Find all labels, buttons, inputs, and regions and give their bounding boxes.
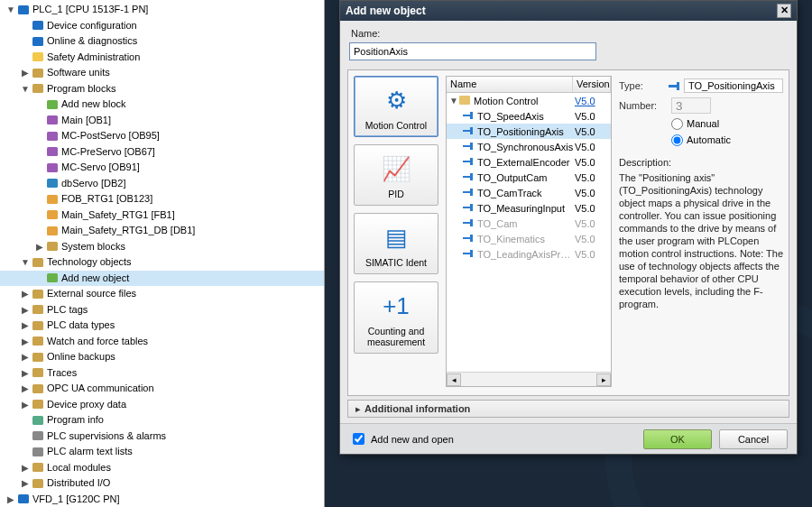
- tree-node[interactable]: ▶PLC supervisions & alarms: [0, 429, 324, 445]
- tree-node[interactable]: ▶PLC tags: [0, 302, 324, 318]
- tree-node[interactable]: ▶Distributed I/O: [0, 475, 324, 492]
- expand-icon[interactable]: ▶: [20, 381, 31, 397]
- tree-node[interactable]: ▶Main_Safety_RTG1_DB [DB1]: [0, 223, 324, 239]
- tree-node[interactable]: ▶Traces: [0, 365, 324, 382]
- list-row[interactable]: TO_LeadingAxisProxyV5.0: [447, 246, 611, 262]
- tree-node[interactable]: ▶External source files: [0, 286, 324, 302]
- tree-node[interactable]: ▶PLC alarm text lists: [0, 444, 324, 460]
- category-pid[interactable]: 📈PID: [354, 144, 438, 206]
- tree-node[interactable]: ▶MC-PreServo [OB67]: [0, 144, 324, 161]
- tree-node[interactable]: ▼PLC_1 [CPU 1513F-1 PN]: [0, 2, 324, 18]
- tree-node[interactable]: ▶dbServo [DB2]: [0, 176, 324, 192]
- tree-node-label: PLC tags: [47, 302, 88, 318]
- tree-node[interactable]: ▶Device proxy data: [0, 397, 324, 413]
- additional-information-expander[interactable]: ▸ Additional information: [347, 400, 789, 418]
- collapse-icon[interactable]: ▼: [448, 96, 459, 106]
- svg-rect-12: [47, 195, 58, 204]
- tree-node[interactable]: ▶Online backups: [0, 349, 324, 365]
- horizontal-scrollbar[interactable]: ◂ ▸: [447, 372, 611, 386]
- col-version[interactable]: Version: [573, 77, 611, 92]
- list-row[interactable]: TO_KinematicsV5.0: [447, 231, 611, 246]
- row-name: TO_OutputCam: [477, 172, 575, 183]
- category-ident[interactable]: ▤SIMATIC Ident: [354, 213, 438, 274]
- svg-rect-14: [47, 226, 58, 235]
- expand-icon[interactable]: ▶: [5, 492, 16, 508]
- expand-icon[interactable]: ▼: [20, 81, 31, 97]
- row-version: V5.0: [575, 157, 611, 168]
- tree-node-label: PLC_1 [CPU 1513F-1 PN]: [32, 2, 148, 18]
- name-input[interactable]: [349, 42, 596, 60]
- tree-node[interactable]: ▶Online & diagnostics: [0, 33, 324, 50]
- tree-node[interactable]: ▶MC-Servo [OB91]: [0, 160, 324, 176]
- expand-icon[interactable]: ▶: [20, 397, 31, 413]
- tree-node[interactable]: ▶Watch and force tables: [0, 334, 324, 350]
- tree-node[interactable]: ▼Technology objects: [0, 254, 324, 271]
- cancel-button[interactable]: Cancel: [719, 429, 788, 449]
- list-row[interactable]: TO_SynchronousAxisV5.0: [447, 139, 611, 154]
- scroll-left-icon[interactable]: ◂: [447, 373, 461, 386]
- category-motion[interactable]: ⚙Motion Control: [354, 76, 438, 137]
- list-row[interactable]: TO_CamTrackV5.0: [447, 185, 611, 200]
- add-new-and-open-checkbox[interactable]: Add new and open: [349, 430, 454, 447]
- list-row[interactable]: TO_PositioningAxisV5.0: [447, 124, 611, 139]
- version-link[interactable]: V5.0: [575, 96, 595, 106]
- tree-node[interactable]: ▶Safety Administration: [0, 50, 324, 66]
- tree-node-label: FOB_RTG1 [OB123]: [61, 191, 152, 207]
- tree-node[interactable]: ▼Program blocks: [0, 81, 324, 97]
- tree-node[interactable]: ▶Main [OB1]: [0, 113, 324, 129]
- close-icon[interactable]: ✕: [777, 4, 791, 18]
- expand-icon[interactable]: ▼: [20, 254, 31, 271]
- expand-icon[interactable]: ▶: [20, 349, 31, 365]
- fldr-icon: [31, 398, 44, 410]
- expand-icon[interactable]: ▶: [20, 65, 31, 81]
- expand-icon[interactable]: ▶: [20, 286, 31, 302]
- expand-icon[interactable]: ▼: [5, 2, 16, 18]
- svg-rect-8: [47, 132, 58, 141]
- tree-node[interactable]: ▶Main_Safety_RTG1 [FB1]: [0, 207, 324, 224]
- category-label: Motion Control: [356, 120, 436, 131]
- list-row[interactable]: TO_ExternalEncoderV5.0: [447, 154, 611, 170]
- svg-rect-47: [470, 158, 473, 165]
- list-group-row[interactable]: ▼Motion ControlV5.0: [447, 93, 611, 108]
- svg-rect-3: [32, 52, 43, 61]
- tree-node[interactable]: ▶PLC data types: [0, 318, 324, 334]
- row-name: TO_ExternalEncoder: [477, 157, 575, 168]
- tree-node[interactable]: ▶Add new block: [0, 97, 324, 113]
- tree-node-label: Device configuration: [47, 18, 137, 34]
- object-type-list[interactable]: Name Version ▼Motion ControlV5.0TO_Speed…: [446, 76, 612, 387]
- tree-node[interactable]: ▶OPC UA communication: [0, 381, 324, 397]
- tree-node[interactable]: ▶MC-PostServo [OB95]: [0, 128, 324, 144]
- scroll-right-icon[interactable]: ▸: [596, 373, 611, 386]
- svg-rect-50: [463, 191, 471, 193]
- tree-node[interactable]: ▶FOB_RTG1 [OB123]: [0, 191, 324, 207]
- expand-icon[interactable]: ▶: [20, 334, 31, 350]
- expand-icon[interactable]: ▶: [34, 239, 45, 255]
- expand-icon[interactable]: ▶: [20, 460, 31, 476]
- category-count[interactable]: +1Counting and measurement: [354, 281, 438, 354]
- tree-node[interactable]: ▶Software units: [0, 65, 324, 81]
- expand-icon[interactable]: ▶: [20, 475, 31, 492]
- tree-node[interactable]: ▶VFD_1 [G120C PN]: [0, 492, 324, 508]
- list-row[interactable]: TO_SpeedAxisV5.0: [447, 108, 611, 124]
- expand-icon[interactable]: ▶: [20, 318, 31, 334]
- fldr-icon: [45, 240, 59, 253]
- list-row[interactable]: TO_CamV5.0: [447, 216, 611, 231]
- tree-node[interactable]: ▶Program info: [0, 412, 324, 429]
- col-name[interactable]: Name: [447, 77, 573, 92]
- manual-radio[interactable]: Manual: [671, 115, 783, 132]
- project-tree[interactable]: ▼PLC_1 [CPU 1513F-1 PN]▶Device configura…: [0, 0, 325, 507]
- list-row[interactable]: TO_OutputCamV5.0: [447, 170, 611, 185]
- expand-icon[interactable]: ▶: [20, 365, 31, 382]
- svg-rect-16: [32, 258, 43, 267]
- tree-node[interactable]: ▶Add new object: [0, 271, 324, 287]
- tree-node-label: dbServo [DB2]: [61, 176, 126, 192]
- list-row[interactable]: TO_MeasuringInputV5.0: [447, 200, 611, 216]
- ok-button[interactable]: OK: [643, 429, 712, 449]
- tree-node[interactable]: ▶Device configuration: [0, 18, 324, 34]
- category-strip: ⚙Motion Control📈PID▤SIMATIC Ident+1Count…: [354, 76, 438, 390]
- automatic-radio[interactable]: Automatic: [671, 132, 783, 148]
- dialog-titlebar[interactable]: Add new object ✕: [340, 1, 797, 21]
- tree-node[interactable]: ▶System blocks: [0, 239, 324, 255]
- tree-node[interactable]: ▶Local modules: [0, 460, 324, 476]
- expand-icon[interactable]: ▶: [20, 302, 31, 318]
